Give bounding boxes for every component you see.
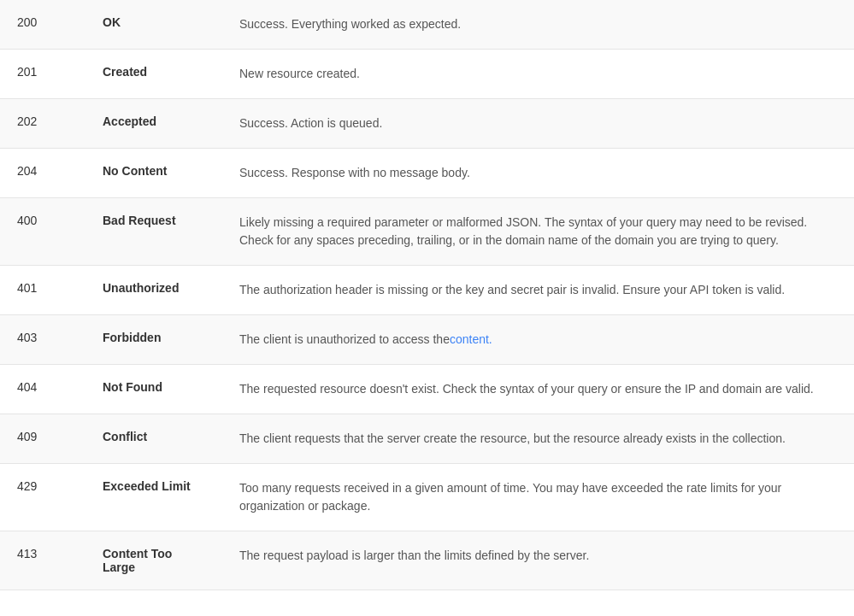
status-description: Likely missing a required parameter or m…	[222, 198, 854, 265]
table-row: 202AcceptedSuccess. Action is queued.	[0, 99, 854, 149]
status-code: 202	[0, 99, 85, 148]
status-code: 429	[0, 464, 85, 531]
status-description: Too many requests received in a given am…	[222, 464, 854, 531]
status-codes-table: 200OKSuccess. Everything worked as expec…	[0, 0, 854, 590]
table-row: 401UnauthorizedThe authorization header …	[0, 266, 854, 315]
table-row: 409ConflictThe client requests that the …	[0, 414, 854, 464]
table-row: 413Content Too LargeThe request payload …	[0, 531, 854, 590]
status-description: The requested resource doesn't exist. Ch…	[222, 365, 854, 414]
status-code: 401	[0, 266, 85, 314]
table-row: 404Not FoundThe requested resource doesn…	[0, 365, 854, 414]
status-name: No Content	[85, 149, 222, 197]
status-description: Success. Action is queued.	[222, 99, 854, 148]
status-description: Success. Response with no message body.	[222, 149, 854, 197]
status-name: Bad Request	[85, 198, 222, 265]
table-row: 429Exceeded LimitToo many requests recei…	[0, 464, 854, 531]
table-row: 403ForbiddenThe client is unauthorized t…	[0, 315, 854, 365]
status-code: 413	[0, 531, 85, 590]
status-description: Success. Everything worked as expected.	[222, 0, 854, 49]
table-row: 400Bad RequestLikely missing a required …	[0, 198, 854, 266]
status-description: The client is unauthorized to access the…	[222, 315, 854, 364]
status-name: Content Too Large	[85, 531, 222, 590]
status-description: The client requests that the server crea…	[222, 414, 854, 463]
status-name: Exceeded Limit	[85, 464, 222, 531]
status-name: Created	[85, 50, 222, 98]
status-description: New resource created.	[222, 50, 854, 98]
table-row: 200OKSuccess. Everything worked as expec…	[0, 0, 854, 50]
status-name: Conflict	[85, 414, 222, 463]
status-name: Accepted	[85, 99, 222, 148]
status-code: 204	[0, 149, 85, 197]
status-code: 400	[0, 198, 85, 265]
status-name: Unauthorized	[85, 266, 222, 314]
status-name: OK	[85, 0, 222, 49]
table-row: 201CreatedNew resource created.	[0, 50, 854, 99]
status-code: 404	[0, 365, 85, 414]
status-name: Forbidden	[85, 315, 222, 364]
status-code: 403	[0, 315, 85, 364]
status-name: Not Found	[85, 365, 222, 414]
table-row: 204No ContentSuccess. Response with no m…	[0, 149, 854, 198]
status-code: 200	[0, 0, 85, 49]
status-code: 409	[0, 414, 85, 463]
status-code: 201	[0, 50, 85, 98]
description-link[interactable]: content.	[450, 331, 492, 349]
status-description: The request payload is larger than the l…	[222, 531, 854, 590]
status-description: The authorization header is missing or t…	[222, 266, 854, 314]
